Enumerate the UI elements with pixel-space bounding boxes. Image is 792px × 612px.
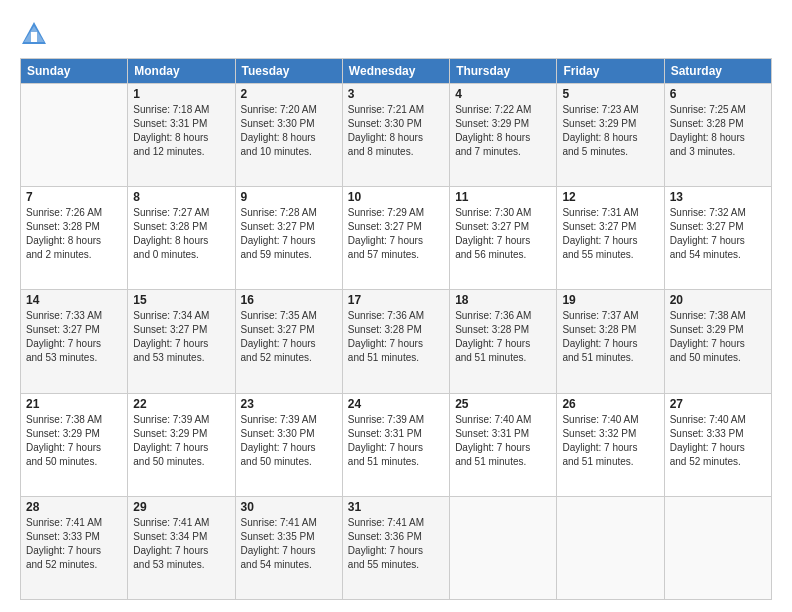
day-header-tuesday: Tuesday	[235, 59, 342, 84]
day-number: 17	[348, 293, 444, 307]
day-cell: 22Sunrise: 7:39 AM Sunset: 3:29 PM Dayli…	[128, 393, 235, 496]
logo	[20, 20, 52, 48]
day-number: 22	[133, 397, 229, 411]
week-row-4: 21Sunrise: 7:38 AM Sunset: 3:29 PM Dayli…	[21, 393, 772, 496]
day-number: 18	[455, 293, 551, 307]
day-info: Sunrise: 7:39 AM Sunset: 3:29 PM Dayligh…	[133, 413, 229, 469]
logo-icon	[20, 20, 48, 48]
day-number: 10	[348, 190, 444, 204]
day-number: 28	[26, 500, 122, 514]
day-info: Sunrise: 7:26 AM Sunset: 3:28 PM Dayligh…	[26, 206, 122, 262]
day-cell: 18Sunrise: 7:36 AM Sunset: 3:28 PM Dayli…	[450, 290, 557, 393]
day-cell: 7Sunrise: 7:26 AM Sunset: 3:28 PM Daylig…	[21, 187, 128, 290]
day-info: Sunrise: 7:39 AM Sunset: 3:30 PM Dayligh…	[241, 413, 337, 469]
day-number: 15	[133, 293, 229, 307]
day-cell: 12Sunrise: 7:31 AM Sunset: 3:27 PM Dayli…	[557, 187, 664, 290]
day-number: 16	[241, 293, 337, 307]
calendar-table: SundayMondayTuesdayWednesdayThursdayFrid…	[20, 58, 772, 600]
day-cell: 19Sunrise: 7:37 AM Sunset: 3:28 PM Dayli…	[557, 290, 664, 393]
day-number: 29	[133, 500, 229, 514]
day-number: 19	[562, 293, 658, 307]
day-cell: 29Sunrise: 7:41 AM Sunset: 3:34 PM Dayli…	[128, 496, 235, 599]
day-cell: 24Sunrise: 7:39 AM Sunset: 3:31 PM Dayli…	[342, 393, 449, 496]
day-info: Sunrise: 7:36 AM Sunset: 3:28 PM Dayligh…	[348, 309, 444, 365]
day-cell: 26Sunrise: 7:40 AM Sunset: 3:32 PM Dayli…	[557, 393, 664, 496]
day-cell: 3Sunrise: 7:21 AM Sunset: 3:30 PM Daylig…	[342, 84, 449, 187]
week-row-2: 7Sunrise: 7:26 AM Sunset: 3:28 PM Daylig…	[21, 187, 772, 290]
day-number: 30	[241, 500, 337, 514]
day-cell: 8Sunrise: 7:27 AM Sunset: 3:28 PM Daylig…	[128, 187, 235, 290]
page: SundayMondayTuesdayWednesdayThursdayFrid…	[0, 0, 792, 612]
day-number: 26	[562, 397, 658, 411]
svg-rect-2	[31, 32, 37, 42]
day-cell: 10Sunrise: 7:29 AM Sunset: 3:27 PM Dayli…	[342, 187, 449, 290]
day-info: Sunrise: 7:41 AM Sunset: 3:36 PM Dayligh…	[348, 516, 444, 572]
day-cell	[664, 496, 771, 599]
day-cell: 9Sunrise: 7:28 AM Sunset: 3:27 PM Daylig…	[235, 187, 342, 290]
day-cell	[557, 496, 664, 599]
day-number: 8	[133, 190, 229, 204]
day-cell	[21, 84, 128, 187]
day-info: Sunrise: 7:30 AM Sunset: 3:27 PM Dayligh…	[455, 206, 551, 262]
day-header-monday: Monday	[128, 59, 235, 84]
day-number: 27	[670, 397, 766, 411]
day-number: 9	[241, 190, 337, 204]
day-cell: 16Sunrise: 7:35 AM Sunset: 3:27 PM Dayli…	[235, 290, 342, 393]
day-info: Sunrise: 7:21 AM Sunset: 3:30 PM Dayligh…	[348, 103, 444, 159]
day-cell: 4Sunrise: 7:22 AM Sunset: 3:29 PM Daylig…	[450, 84, 557, 187]
day-number: 13	[670, 190, 766, 204]
day-info: Sunrise: 7:40 AM Sunset: 3:32 PM Dayligh…	[562, 413, 658, 469]
day-cell: 30Sunrise: 7:41 AM Sunset: 3:35 PM Dayli…	[235, 496, 342, 599]
calendar-header: SundayMondayTuesdayWednesdayThursdayFrid…	[21, 59, 772, 84]
day-info: Sunrise: 7:31 AM Sunset: 3:27 PM Dayligh…	[562, 206, 658, 262]
day-info: Sunrise: 7:41 AM Sunset: 3:34 PM Dayligh…	[133, 516, 229, 572]
day-cell: 23Sunrise: 7:39 AM Sunset: 3:30 PM Dayli…	[235, 393, 342, 496]
day-cell: 31Sunrise: 7:41 AM Sunset: 3:36 PM Dayli…	[342, 496, 449, 599]
day-info: Sunrise: 7:22 AM Sunset: 3:29 PM Dayligh…	[455, 103, 551, 159]
day-cell: 28Sunrise: 7:41 AM Sunset: 3:33 PM Dayli…	[21, 496, 128, 599]
header-row: SundayMondayTuesdayWednesdayThursdayFrid…	[21, 59, 772, 84]
day-number: 1	[133, 87, 229, 101]
day-header-friday: Friday	[557, 59, 664, 84]
day-number: 20	[670, 293, 766, 307]
day-number: 6	[670, 87, 766, 101]
header	[20, 16, 772, 48]
day-number: 4	[455, 87, 551, 101]
day-number: 12	[562, 190, 658, 204]
day-info: Sunrise: 7:41 AM Sunset: 3:35 PM Dayligh…	[241, 516, 337, 572]
day-info: Sunrise: 7:35 AM Sunset: 3:27 PM Dayligh…	[241, 309, 337, 365]
day-info: Sunrise: 7:28 AM Sunset: 3:27 PM Dayligh…	[241, 206, 337, 262]
day-cell: 1Sunrise: 7:18 AM Sunset: 3:31 PM Daylig…	[128, 84, 235, 187]
day-number: 2	[241, 87, 337, 101]
day-cell: 14Sunrise: 7:33 AM Sunset: 3:27 PM Dayli…	[21, 290, 128, 393]
day-header-sunday: Sunday	[21, 59, 128, 84]
day-header-thursday: Thursday	[450, 59, 557, 84]
day-number: 5	[562, 87, 658, 101]
day-info: Sunrise: 7:23 AM Sunset: 3:29 PM Dayligh…	[562, 103, 658, 159]
day-info: Sunrise: 7:32 AM Sunset: 3:27 PM Dayligh…	[670, 206, 766, 262]
day-number: 11	[455, 190, 551, 204]
day-cell: 17Sunrise: 7:36 AM Sunset: 3:28 PM Dayli…	[342, 290, 449, 393]
day-cell: 20Sunrise: 7:38 AM Sunset: 3:29 PM Dayli…	[664, 290, 771, 393]
day-info: Sunrise: 7:27 AM Sunset: 3:28 PM Dayligh…	[133, 206, 229, 262]
day-number: 25	[455, 397, 551, 411]
day-header-saturday: Saturday	[664, 59, 771, 84]
day-info: Sunrise: 7:36 AM Sunset: 3:28 PM Dayligh…	[455, 309, 551, 365]
week-row-3: 14Sunrise: 7:33 AM Sunset: 3:27 PM Dayli…	[21, 290, 772, 393]
week-row-5: 28Sunrise: 7:41 AM Sunset: 3:33 PM Dayli…	[21, 496, 772, 599]
day-info: Sunrise: 7:18 AM Sunset: 3:31 PM Dayligh…	[133, 103, 229, 159]
day-number: 7	[26, 190, 122, 204]
day-info: Sunrise: 7:33 AM Sunset: 3:27 PM Dayligh…	[26, 309, 122, 365]
day-info: Sunrise: 7:34 AM Sunset: 3:27 PM Dayligh…	[133, 309, 229, 365]
day-info: Sunrise: 7:25 AM Sunset: 3:28 PM Dayligh…	[670, 103, 766, 159]
day-cell: 13Sunrise: 7:32 AM Sunset: 3:27 PM Dayli…	[664, 187, 771, 290]
day-number: 31	[348, 500, 444, 514]
day-info: Sunrise: 7:40 AM Sunset: 3:33 PM Dayligh…	[670, 413, 766, 469]
day-number: 23	[241, 397, 337, 411]
day-info: Sunrise: 7:39 AM Sunset: 3:31 PM Dayligh…	[348, 413, 444, 469]
day-info: Sunrise: 7:40 AM Sunset: 3:31 PM Dayligh…	[455, 413, 551, 469]
day-info: Sunrise: 7:29 AM Sunset: 3:27 PM Dayligh…	[348, 206, 444, 262]
day-cell: 25Sunrise: 7:40 AM Sunset: 3:31 PM Dayli…	[450, 393, 557, 496]
day-number: 21	[26, 397, 122, 411]
day-info: Sunrise: 7:38 AM Sunset: 3:29 PM Dayligh…	[670, 309, 766, 365]
